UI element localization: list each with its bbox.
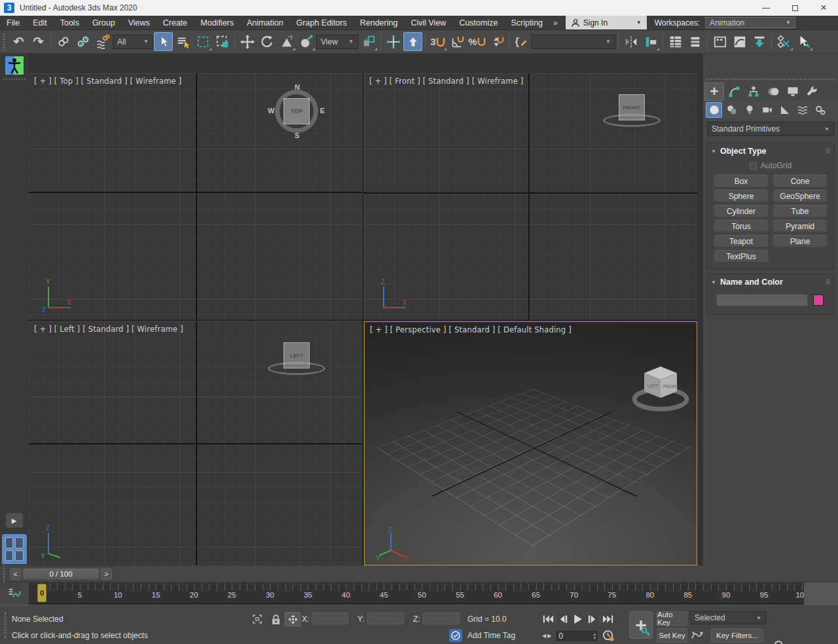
toggle-scene-explorer-button[interactable] bbox=[666, 32, 685, 51]
auto-key-button[interactable]: Auto Key bbox=[657, 611, 687, 626]
create-teapot-button[interactable]: Teapot bbox=[714, 235, 769, 247]
set-key-button[interactable]: Set Key bbox=[657, 628, 687, 643]
absolute-offset-mode-toggle[interactable] bbox=[285, 612, 301, 626]
create-textplus-button[interactable]: TextPlus bbox=[714, 250, 769, 262]
isolate-selection-toggle[interactable] bbox=[249, 612, 265, 626]
next-frame-slider-button[interactable]: > bbox=[101, 568, 112, 580]
spin-left-icon[interactable]: ◀ bbox=[542, 633, 546, 639]
viewport-top[interactable]: [ + ] [ Top ] [ Standard ] [ Wireframe ]… bbox=[29, 73, 362, 319]
create-sphere-button[interactable]: Sphere bbox=[714, 190, 769, 202]
tab-hierarchy[interactable] bbox=[744, 82, 763, 101]
minimize-button[interactable]: — bbox=[752, 0, 780, 16]
viewport-perspective-label[interactable]: [ + ] [ Perspective ] [ Standard ] [ Def… bbox=[370, 325, 572, 334]
render-production-button[interactable] bbox=[794, 32, 813, 51]
viewport-left[interactable]: [ + ] [ Left ] [ Standard ] [ Wireframe … bbox=[29, 321, 362, 565]
viewcube-top[interactable]: N S W E TOP bbox=[271, 86, 322, 137]
category-geometry[interactable] bbox=[706, 102, 722, 118]
select-and-rotate-button[interactable] bbox=[257, 32, 276, 51]
viewcube-perspective[interactable]: LEFT FRONT bbox=[629, 361, 692, 416]
viewport-left-label[interactable]: [ + ] [ Left ] [ Standard ] [ Wireframe … bbox=[34, 325, 183, 334]
viewport-layout-tab[interactable] bbox=[2, 534, 27, 564]
align-button[interactable] bbox=[641, 32, 660, 51]
command-panel-drag-handle[interactable] bbox=[706, 75, 835, 80]
menu-group[interactable]: Group bbox=[86, 16, 122, 29]
create-geosphere-button[interactable]: GeoSphere bbox=[773, 190, 828, 202]
menu-rendering[interactable]: Rendering bbox=[354, 16, 405, 29]
compass-east[interactable]: E bbox=[320, 107, 325, 115]
category-lights[interactable] bbox=[741, 102, 757, 118]
mini-curve-editor-button[interactable] bbox=[0, 582, 29, 605]
mirror-button[interactable] bbox=[621, 32, 640, 51]
y-coordinate-field[interactable] bbox=[367, 613, 404, 624]
category-space-warps[interactable] bbox=[794, 102, 811, 118]
curve-editor-button[interactable] bbox=[730, 32, 749, 51]
rectangular-selection-region-button[interactable] bbox=[193, 32, 212, 51]
sign-in-button[interactable]: Sign In ▼ bbox=[566, 16, 647, 29]
panel-splitter[interactable] bbox=[697, 54, 703, 565]
frame-spin-down-icon[interactable]: ▼ bbox=[592, 636, 596, 640]
workspace-dropdown[interactable]: Animation ▼ bbox=[705, 17, 795, 28]
unlink-selection-button[interactable] bbox=[73, 32, 92, 51]
biped-tool-button[interactable] bbox=[5, 56, 24, 75]
menu-scripting[interactable]: Scripting bbox=[504, 16, 549, 29]
key-filters-button[interactable]: Key Filters... bbox=[711, 628, 763, 643]
time-slider-marker[interactable]: 0 bbox=[37, 584, 46, 602]
select-and-manipulate-button[interactable] bbox=[384, 32, 403, 51]
menu-file[interactable]: File bbox=[0, 16, 26, 29]
menu-graph-editors[interactable]: Graph Editors bbox=[290, 16, 354, 29]
compass-west[interactable]: W bbox=[268, 107, 274, 115]
go-to-end-button[interactable] bbox=[601, 613, 615, 626]
create-cylinder-button[interactable]: Cylinder bbox=[714, 205, 769, 217]
add-time-tag[interactable]: Add Time Tag bbox=[449, 629, 515, 642]
selection-filter-dropdown[interactable]: All ▼ bbox=[113, 35, 153, 49]
menu-overflow-button[interactable]: » bbox=[549, 16, 562, 29]
edit-named-selection-sets-button[interactable]: { bbox=[512, 32, 531, 51]
keyboard-shortcut-override-toggle[interactable] bbox=[403, 32, 422, 51]
z-coordinate-field[interactable] bbox=[423, 613, 460, 624]
object-type-rollout-header[interactable]: ▼ Object Type ⠿ bbox=[707, 143, 834, 159]
selected-key-filter-dropdown[interactable]: Selected ▼ bbox=[690, 611, 766, 624]
object-name-input[interactable] bbox=[716, 294, 808, 306]
category-shapes[interactable] bbox=[723, 102, 740, 118]
named-selection-sets-dropdown[interactable]: ▼ bbox=[532, 35, 615, 49]
select-object-button[interactable] bbox=[154, 32, 173, 51]
snaps-toggle-button[interactable]: 3 bbox=[428, 32, 447, 51]
toggle-ribbon-button[interactable] bbox=[710, 32, 729, 51]
key-mode-toggle-icon[interactable] bbox=[602, 630, 615, 642]
category-systems[interactable] bbox=[812, 102, 828, 118]
create-cone-button[interactable]: Cone bbox=[773, 175, 828, 187]
create-pyramid-button[interactable]: Pyramid bbox=[773, 220, 828, 232]
compass-south[interactable]: S bbox=[295, 132, 299, 139]
toggle-layer-explorer-button[interactable] bbox=[685, 32, 704, 51]
menu-tools[interactable]: Tools bbox=[54, 16, 86, 29]
viewcube-left[interactable]: LEFT bbox=[265, 340, 328, 382]
menu-civil-view[interactable]: Civil View bbox=[404, 16, 452, 29]
time-slider-drag-handle[interactable] bbox=[3, 565, 7, 582]
menu-edit[interactable]: Edit bbox=[26, 16, 54, 29]
create-torus-button[interactable]: Torus bbox=[714, 220, 769, 232]
autogrid-checkbox[interactable] bbox=[750, 162, 757, 170]
category-cameras[interactable] bbox=[759, 102, 775, 118]
viewcube-top-face[interactable]: TOP bbox=[283, 98, 310, 124]
redo-button[interactable]: ↷ bbox=[29, 32, 48, 51]
compass-north[interactable]: N bbox=[295, 83, 300, 91]
create-box-button[interactable]: Box bbox=[714, 175, 769, 187]
close-button[interactable]: × bbox=[809, 0, 838, 16]
tab-create[interactable]: + bbox=[704, 82, 724, 101]
category-helpers[interactable] bbox=[776, 102, 793, 118]
use-pivot-point-center-button[interactable] bbox=[359, 32, 378, 51]
spinner-snap-toggle-button[interactable] bbox=[487, 32, 506, 51]
select-by-name-button[interactable] bbox=[173, 32, 192, 51]
object-color-swatch[interactable] bbox=[813, 295, 824, 306]
tab-utilities[interactable] bbox=[803, 82, 822, 101]
set-keys-button[interactable]: + bbox=[629, 611, 653, 639]
status-drag-handle[interactable] bbox=[5, 612, 8, 638]
name-and-color-rollout-header[interactable]: ▼ Name and Color ⠿ bbox=[707, 274, 834, 290]
time-slider-display[interactable]: 0 / 100 bbox=[22, 568, 100, 580]
angle-snap-toggle-button[interactable] bbox=[448, 32, 467, 51]
menu-animation[interactable]: Animation bbox=[240, 16, 290, 29]
x-coordinate-field[interactable] bbox=[312, 613, 348, 624]
current-frame-field[interactable]: 0 ▲▼ bbox=[555, 630, 598, 642]
next-frame-button[interactable] bbox=[585, 613, 599, 626]
tab-display[interactable] bbox=[783, 82, 803, 101]
